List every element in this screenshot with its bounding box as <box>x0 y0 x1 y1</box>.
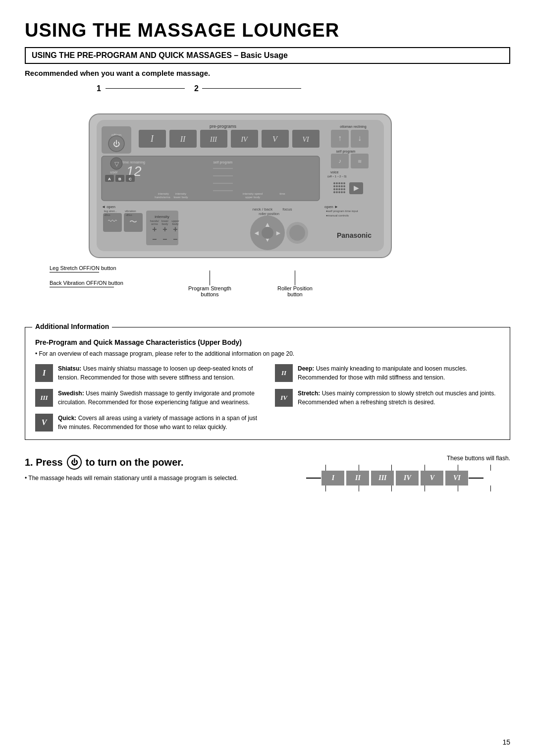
massage-item-quick: V Quick: Covers all areas using a variet… <box>35 414 260 432</box>
svg-text:intensity: intensity <box>175 192 186 195</box>
svg-text:►: ► <box>275 229 282 237</box>
svg-text:off/on: off/on <box>104 214 110 216</box>
tick-bot-6 <box>490 486 491 491</box>
svg-text:intensity: intensity <box>158 192 169 195</box>
flash-btn-II: II <box>346 471 369 486</box>
svg-point-97 <box>336 185 338 187</box>
svg-text:↑: ↑ <box>338 134 342 142</box>
tick-top-3 <box>391 465 392 471</box>
power-icon: ⏻ <box>67 455 82 470</box>
tick-top-5 <box>458 465 458 471</box>
svg-text:A: A <box>108 177 111 181</box>
tick-top-4 <box>425 465 425 471</box>
svg-text:+: + <box>173 225 177 233</box>
svg-text:hands/arms: hands/arms <box>155 196 170 199</box>
svg-text:IV: IV <box>240 136 248 143</box>
svg-point-98 <box>338 185 340 187</box>
svg-text:〜: 〜 <box>129 217 137 226</box>
flash-btn-VI: VI <box>445 471 468 486</box>
svg-text:ottoman reclining: ottoman reclining <box>340 125 366 129</box>
svg-text:+: + <box>152 225 157 233</box>
svg-text:↓: ↓ <box>358 134 362 142</box>
icon-deep: II <box>275 364 293 382</box>
massage-item-swedish: III Swedish: Uses mainly Swedish massage… <box>35 389 260 407</box>
svg-point-99 <box>341 185 343 187</box>
massage-grid: I Shiatsu: Uses mainly shiatsu massage t… <box>35 364 500 432</box>
diagram-area: 1 2 off/on ⏻ pre-programs I II III <box>25 84 510 312</box>
diagram-label-2: 2 <box>194 84 199 93</box>
svg-point-96 <box>333 185 335 187</box>
back-vibration-label: Back Vibration OFF/ON button <box>50 280 123 287</box>
program-strength-label: Program Strength buttons <box>188 270 231 297</box>
tick-bot-3 <box>391 486 392 491</box>
press-section: 1. Press ⏻ to turn on the power. • The m… <box>25 455 510 491</box>
roller-position-label: Roller Position button <box>277 270 313 297</box>
flash-btn-I: I <box>321 471 344 486</box>
tick-top-6 <box>490 465 491 471</box>
additional-info-subtitle: Pre-Program and Quick Massage Characteri… <box>35 338 500 346</box>
flash-btn-V: V <box>421 471 443 486</box>
svg-text:pre-programs: pre-programs <box>210 124 237 129</box>
leg-stretch-label: Leg Stretch OFF/ON button <box>50 265 116 272</box>
flash-note: These buttons will flash. <box>447 455 510 462</box>
svg-text:III: III <box>210 136 217 143</box>
svg-point-94 <box>341 182 343 184</box>
svg-point-93 <box>338 182 340 184</box>
svg-point-109 <box>341 191 343 193</box>
additional-info-note: • For an overview of each massage progra… <box>35 350 500 357</box>
svg-text:▶: ▶ <box>354 184 359 192</box>
additional-info-box: Additional Information Pre-Program and Q… <box>25 327 510 440</box>
flash-btn-III: III <box>371 471 394 486</box>
svg-text:B: B <box>118 177 121 181</box>
svg-text:♪: ♪ <box>338 158 341 164</box>
additional-info-title: Additional Information <box>32 323 112 330</box>
tick-top-1 <box>325 465 326 471</box>
svg-text:focus: focus <box>282 207 292 212</box>
svg-text:user: user <box>110 170 118 174</box>
svg-text:vibration: vibration <box>125 210 136 213</box>
text-shiatsu: Shiatsu: Uses mainly shiatsu massage to … <box>58 364 260 382</box>
svg-text:–: – <box>173 235 178 243</box>
remote-control-diagram: off/on ⏻ pre-programs I II III IV V VI o… <box>74 104 401 282</box>
icon-swedish: III <box>35 389 53 407</box>
svg-text:time: time <box>279 192 285 195</box>
svg-text:+: + <box>162 225 167 233</box>
press-left: 1. Press ⏻ to turn on the power. • The m… <box>25 455 292 484</box>
page-number: 15 <box>502 738 510 746</box>
press-title-suffix: to turn on the power. <box>86 457 184 468</box>
svg-text:▽: ▽ <box>114 161 119 167</box>
svg-point-108 <box>338 191 340 193</box>
svg-text:intensity: intensity <box>155 215 169 219</box>
icon-stretch: IV <box>275 389 293 407</box>
svg-text:self program: self program <box>336 150 356 154</box>
text-stretch: Stretch: Uses mainly compression to slow… <box>298 389 500 407</box>
svg-text:◄ open: ◄ open <box>102 205 115 209</box>
svg-text:voice: voice <box>330 170 338 174</box>
press-right: These buttons will flash. I II III IV V … <box>306 455 510 491</box>
label2-line <box>202 88 301 89</box>
label1-line <box>106 88 185 89</box>
svg-text:off/on: off/on <box>126 214 132 216</box>
svg-text:leg stret...: leg stret... <box>104 210 117 213</box>
svg-point-102 <box>336 188 338 190</box>
text-quick: Quick: Covers all areas using a variety … <box>58 414 260 432</box>
svg-text:(off→1→2→3): (off→1→2→3) <box>327 175 347 178</box>
icon-quick: V <box>35 414 53 432</box>
svg-text:neck / back: neck / back <box>253 207 273 212</box>
svg-text:open ►: open ► <box>324 205 338 209</box>
svg-point-104 <box>341 188 343 190</box>
press-note-1: • The massage heads will remain stationa… <box>25 475 292 482</box>
svg-text:VI: VI <box>302 136 310 143</box>
svg-point-100 <box>343 185 345 187</box>
tick-bot-5 <box>458 486 458 491</box>
svg-point-107 <box>336 191 338 193</box>
svg-text:–: – <box>163 235 167 243</box>
svg-point-91 <box>333 182 335 184</box>
tick-bot-4 <box>425 486 425 491</box>
program-buttons-row: I II III IV V VI <box>321 471 469 486</box>
tick-top-2 <box>359 465 359 471</box>
svg-point-105 <box>343 188 345 190</box>
left-line <box>306 478 321 479</box>
svg-text:≋: ≋ <box>358 159 362 164</box>
svg-text:self program: self program <box>214 161 233 164</box>
